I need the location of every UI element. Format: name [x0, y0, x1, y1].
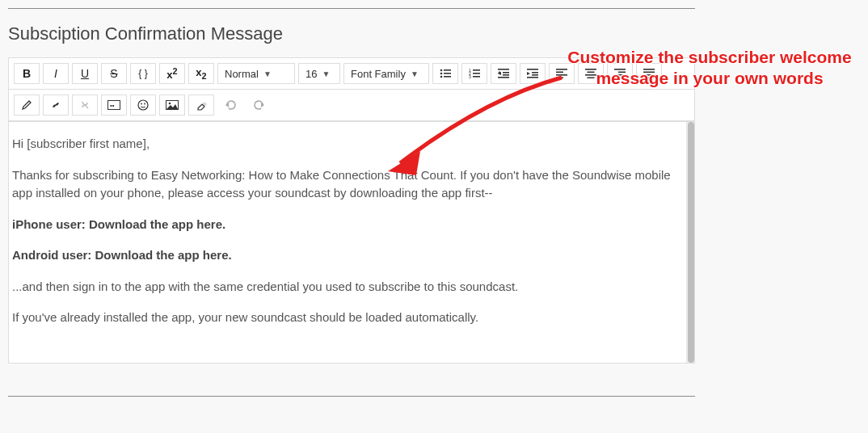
unordered-list-button[interactable]: [432, 63, 458, 84]
svg-rect-27: [585, 69, 596, 70]
svg-rect-7: [473, 69, 480, 71]
superscript-button[interactable]: x2: [159, 63, 185, 84]
svg-rect-34: [618, 78, 626, 79]
code-braces-button[interactable]: { }: [130, 63, 156, 84]
svg-rect-36: [643, 72, 655, 74]
italic-button[interactable]: I: [43, 63, 69, 84]
svg-point-2: [440, 73, 443, 75]
svg-rect-35: [643, 69, 655, 70]
svg-rect-29: [585, 74, 596, 76]
svg-rect-33: [614, 74, 626, 76]
emoji-button[interactable]: [130, 95, 156, 116]
iphone-line: iPhone user: Download the app here.: [12, 216, 678, 234]
caret-down-icon: ▼: [322, 69, 330, 78]
eraser-button[interactable]: [188, 95, 214, 116]
svg-rect-30: [588, 78, 595, 79]
svg-rect-31: [614, 69, 626, 70]
svg-rect-20: [532, 72, 538, 74]
underline-button[interactable]: U: [72, 63, 98, 84]
svg-rect-5: [444, 76, 451, 78]
svg-rect-26: [556, 78, 563, 79]
editor-content[interactable]: Hi [subscriber first name], Thanks for s…: [9, 122, 686, 363]
bottom-divider: [8, 396, 695, 397]
svg-rect-25: [556, 74, 567, 76]
subscript-button[interactable]: x2: [188, 63, 214, 84]
svg-rect-37: [643, 74, 655, 76]
paragraph-format-select[interactable]: Normal ▼: [217, 63, 295, 84]
svg-rect-12: [498, 69, 509, 70]
svg-point-42: [138, 100, 148, 110]
installed-paragraph: If you've already installed the app, you…: [12, 309, 678, 327]
svg-point-46: [169, 103, 171, 105]
bold-button[interactable]: B: [14, 63, 40, 84]
svg-rect-22: [527, 77, 538, 78]
ordered-list-button[interactable]: 123: [461, 63, 487, 84]
greeting-line: Hi [subscriber first name],: [12, 135, 678, 153]
top-divider: [8, 8, 695, 9]
svg-text:••: ••: [110, 102, 115, 109]
signin-paragraph: ...and then sign in to the app with the …: [12, 278, 678, 296]
link-button[interactable]: [43, 95, 69, 116]
indent-button[interactable]: [520, 63, 546, 84]
svg-rect-1: [444, 69, 451, 71]
android-line: Android user: Download the app here.: [12, 246, 678, 265]
svg-point-43: [141, 103, 142, 105]
svg-rect-18: [527, 69, 538, 70]
svg-rect-32: [618, 72, 626, 74]
svg-rect-16: [503, 74, 509, 76]
align-right-button[interactable]: [607, 63, 633, 84]
svg-point-44: [144, 103, 145, 105]
caret-down-icon: ▼: [411, 69, 419, 78]
scrollbar-thumb[interactable]: [688, 122, 694, 363]
strikethrough-button[interactable]: S: [101, 63, 127, 84]
font-family-select[interactable]: Font Family ▼: [343, 63, 429, 84]
caret-down-icon: ▼: [263, 69, 272, 78]
svg-rect-3: [444, 73, 451, 74]
align-left-button[interactable]: [549, 63, 575, 84]
svg-rect-9: [473, 73, 480, 74]
svg-rect-17: [498, 77, 509, 78]
section-title: Subsciption Confirmation Message: [8, 23, 695, 44]
svg-marker-19: [527, 72, 530, 75]
intro-paragraph: Thanks for subscribing to Easy Networkin…: [12, 166, 678, 203]
svg-rect-11: [473, 76, 480, 78]
svg-rect-15: [503, 72, 509, 74]
pencil-icon-button[interactable]: [14, 95, 40, 116]
align-center-button[interactable]: [578, 63, 604, 84]
undo-button[interactable]: [217, 95, 243, 116]
editor-toolbar: B I U S { } x2 x2 Normal ▼ 16 ▼ Font Fam…: [8, 57, 695, 89]
image-button[interactable]: [159, 95, 185, 116]
svg-point-4: [440, 76, 443, 78]
svg-rect-28: [588, 72, 595, 74]
redo-button[interactable]: [246, 95, 272, 116]
editor-scrollbar[interactable]: [686, 122, 694, 363]
special-chars-button[interactable]: ••: [101, 95, 127, 116]
outdent-button[interactable]: [491, 63, 516, 84]
svg-text:3: 3: [469, 74, 471, 78]
font-size-select[interactable]: 16 ▼: [298, 63, 340, 84]
svg-rect-23: [556, 69, 567, 70]
align-justify-button[interactable]: [636, 63, 662, 84]
svg-rect-24: [556, 72, 563, 74]
editor-area[interactable]: Hi [subscriber first name], Thanks for s…: [8, 121, 695, 364]
unlink-button[interactable]: [72, 95, 98, 116]
svg-rect-38: [643, 78, 655, 79]
svg-rect-21: [532, 74, 538, 76]
svg-point-0: [440, 69, 443, 72]
